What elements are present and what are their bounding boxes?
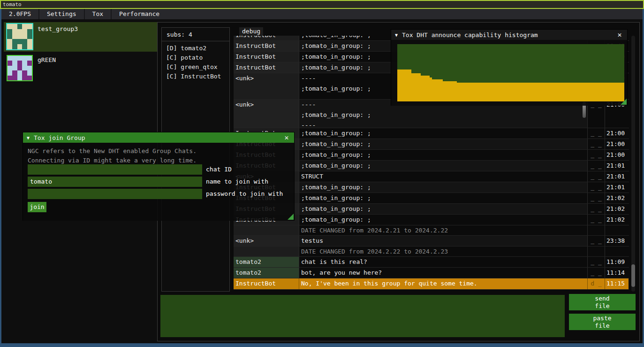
chat-message-text: ;tomato_in_group: ;: [299, 139, 587, 149]
group-name-label: test_group3: [38, 25, 78, 32]
chat-timestamp: 21:01: [605, 182, 629, 193]
chat-scrollbar-handle[interactable]: [631, 264, 635, 287]
histogram-bar-segment: [443, 81, 457, 101]
chat-message-text: DATE CHANGED from 2024.2.21 to 2024.2.22: [299, 225, 587, 235]
chat-message-text: testus: [299, 236, 587, 246]
chat-sender-name: <unk>: [234, 236, 299, 246]
resize-grip[interactable]: [288, 214, 294, 220]
chat-sender-name: [234, 247, 299, 256]
tab-debug[interactable]: debug: [239, 27, 263, 36]
ngc-info-line: NGC refers to the New DHT enabled Group …: [28, 147, 197, 156]
chat-timestamp: [605, 247, 629, 256]
chat-date-row[interactable]: DATE CHANGED from 2024.2.21 to 2024.2.22: [234, 225, 629, 236]
chat-scrollbar[interactable]: [631, 36, 635, 292]
chat-message-text: bot, are you new here?: [299, 268, 587, 278]
chat-timestamp: 21:02: [605, 193, 629, 203]
subs-member-InstructBot[interactable]: [C] InstructBot: [162, 72, 229, 81]
chat-delivery-flags: _ _: [587, 268, 605, 278]
message-input[interactable]: [160, 295, 565, 337]
chat-sender-name: tomato2: [234, 268, 299, 278]
menu-item-2-0fps[interactable]: 2.0FPS: [1, 9, 38, 19]
join-group-title: Tox join Group: [34, 134, 283, 141]
chat-delivery-flags: _ _: [587, 171, 605, 182]
subs-member-green_qtox[interactable]: [C] green_qtox: [162, 62, 229, 72]
chat-timestamp: 23:38: [605, 236, 629, 246]
menu-item-performance[interactable]: Performance: [112, 9, 167, 19]
chat-delivery-flags: _ _: [587, 257, 605, 267]
dht-capability-histogram-plot: [397, 44, 624, 101]
histogram-bar-segment: [457, 83, 624, 101]
window-titlebar[interactable]: tomato: [0, 0, 644, 9]
menu-item-settings[interactable]: Settings: [39, 9, 84, 19]
dht-histogram-titlebar[interactable]: ▼ Tox DHT announce capability histogram …: [391, 30, 627, 40]
chat-timestamp: 21:02: [605, 215, 629, 225]
chat-sender-name: InstructBot: [234, 62, 299, 73]
ngc-info-line: Connecting via ID might take a very long…: [28, 156, 197, 165]
subs-member-list: [D] tomato2[C] potato[C] green_qtox[C] I…: [162, 44, 229, 81]
chat-message-text: ;tomato_in_group: ;: [299, 150, 587, 160]
menu-item-tox[interactable]: Tox: [85, 9, 111, 19]
app-screen: tomato 2.0FPSSettingsToxPerformance test…: [0, 0, 644, 347]
chat-sender-name: [234, 225, 299, 235]
chat-delivery-flags: _ _: [587, 150, 605, 160]
join-group-titlebar[interactable]: ▼ Tox join Group ✕: [23, 132, 294, 143]
join-group-window: ▼ Tox join Group ✕ NGC refers to the New…: [23, 132, 295, 221]
chat-timestamp: 11:14: [605, 268, 629, 278]
chat-sender-name: tomato2: [234, 257, 299, 267]
join-password-input[interactable]: [28, 189, 202, 199]
collapse-arrow-icon[interactable]: ▼: [27, 135, 30, 140]
chat-sender-name: InstructBot: [234, 278, 299, 289]
chat-timestamp: 21:00: [605, 128, 629, 139]
chat-row[interactable]: InstructBotNo, I've been in this group f…: [234, 278, 629, 290]
chat-delivery-flags: _ _: [587, 161, 605, 171]
chat-timestamp: [605, 225, 629, 235]
chat-delivery-flags: [587, 225, 605, 235]
separator: [162, 41, 229, 41]
chat-message-text: ;tomato_in_group: ;: [299, 182, 587, 193]
chat-delivery-flags: _ _: [587, 215, 605, 225]
chat-delivery-flags: [587, 247, 605, 256]
send-file-button[interactable]: send file: [569, 294, 636, 310]
chat-message-text: STRUCT: [299, 171, 587, 182]
resize-grip[interactable]: [621, 99, 627, 105]
histogram-bar-segment: [432, 79, 443, 101]
chat-row[interactable]: tomato2chat is this real?_ _11:09: [234, 257, 629, 268]
chat-sender-name: <unk>: [234, 100, 299, 128]
dht-histogram-body: [391, 40, 627, 106]
dht-histogram-title: Tox DHT announce capability histogram: [402, 31, 616, 39]
close-icon[interactable]: ✕: [283, 133, 290, 142]
chat-delivery-flags: _ _: [587, 128, 605, 139]
join-button[interactable]: join: [28, 202, 46, 212]
join-name-label: name to join with: [206, 177, 268, 187]
chat-date-row[interactable]: DATE CHANGED from 2024.2.22 to 2024.2.23: [234, 247, 629, 257]
histogram-bar-segment: [411, 73, 421, 101]
chat-delivery-flags: _ _: [587, 139, 605, 149]
window-border-bottom: [0, 343, 644, 347]
chat-delivery-flags: _ _: [587, 204, 605, 214]
chat-sender-name: InstructBot: [234, 52, 299, 62]
subs-count-label: subs: 4: [162, 28, 229, 38]
chat-message-text: No, I've been in this group for quite so…: [299, 278, 587, 289]
chat-timestamp: 11:15: [605, 278, 629, 289]
chat-timestamp: 21:01: [605, 171, 629, 182]
chat-timestamp: 11:09: [605, 257, 629, 267]
subs-member-tomato2[interactable]: [D] tomato2: [162, 44, 229, 53]
chat-sender-name: InstructBot: [234, 41, 299, 51]
histogram-bar-segment: [421, 76, 430, 101]
chat-delivery-flags: _ _: [587, 193, 605, 203]
collapse-arrow-icon[interactable]: ▼: [395, 32, 398, 38]
group-avatar-test_group3: [6, 23, 33, 50]
dht-histogram-window: ▼ Tox DHT announce capability histogram …: [391, 29, 628, 106]
chat-row[interactable]: <unk>testus_ _23:38: [234, 236, 629, 247]
paste-file-button[interactable]: paste file: [569, 314, 636, 330]
group-avatar-gREEN: [7, 55, 33, 81]
chat-id-input[interactable]: [28, 164, 202, 175]
chat-timestamp: 21:00: [605, 150, 629, 160]
chat-delivery-flags: d _: [587, 278, 605, 289]
close-icon[interactable]: ✕: [616, 31, 623, 39]
chat-message-text: DATE CHANGED from 2024.2.22 to 2024.2.23: [299, 247, 587, 256]
chat-id-label: chat ID: [206, 164, 232, 175]
chat-row[interactable]: tomato2bot, are you new here?_ _11:14: [234, 268, 629, 278]
join-name-input[interactable]: tomato: [28, 177, 202, 187]
subs-member-potato[interactable]: [C] potato: [162, 53, 229, 62]
